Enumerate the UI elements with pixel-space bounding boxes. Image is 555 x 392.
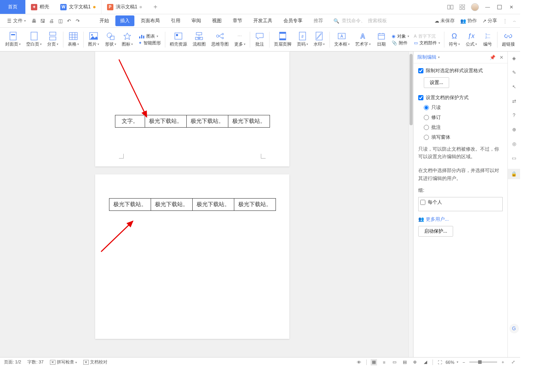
attachment-button[interactable]: 📎附件 bbox=[392, 40, 409, 46]
minimize-button[interactable]: — bbox=[484, 4, 491, 10]
fullscreen-icon[interactable]: ⤢ bbox=[510, 359, 516, 365]
picture-button[interactable]: 图片▾ bbox=[85, 31, 102, 48]
close-icon[interactable]: ✕ bbox=[500, 55, 503, 60]
comment-button[interactable]: 批注 bbox=[252, 31, 268, 48]
menu-vip[interactable]: 会员专享 bbox=[279, 15, 307, 26]
file-menu[interactable]: ☰ 文件▾ bbox=[4, 16, 29, 26]
table-cell[interactable]: 极光下载站。 bbox=[234, 199, 276, 211]
watermark-button[interactable]: 水印▾ bbox=[311, 31, 328, 48]
menu-view[interactable]: 视图 bbox=[207, 15, 226, 26]
tab-home[interactable]: 首页 bbox=[0, 0, 25, 14]
close-button[interactable]: ✕ bbox=[508, 4, 515, 10]
radio-readonly[interactable]: 只读 bbox=[424, 104, 503, 111]
mindmap-button[interactable]: 思维导图 bbox=[209, 31, 232, 48]
table-cell[interactable]: 极光下载站。 bbox=[145, 115, 186, 128]
radio-form[interactable]: 填写窗体 bbox=[424, 134, 503, 141]
search-box[interactable]: 🔍 查找命令、搜索模板 bbox=[333, 17, 387, 24]
view-outline-icon[interactable]: ≡ bbox=[381, 359, 387, 365]
coop-button[interactable]: 👥协作 bbox=[460, 17, 477, 24]
help-icon[interactable]: ? bbox=[511, 112, 518, 119]
view-focus-icon[interactable]: ◢ bbox=[422, 359, 429, 365]
target-icon[interactable]: ◎ bbox=[511, 140, 518, 147]
translate-icon[interactable]: ⊕ bbox=[511, 126, 518, 133]
lock-icon[interactable]: 🔒 bbox=[508, 169, 520, 179]
layout-icon[interactable] bbox=[447, 5, 454, 10]
flowchart-button[interactable]: 流程图 bbox=[189, 31, 208, 48]
symbol-button[interactable]: Ω符号▾ bbox=[446, 31, 463, 48]
spell-check[interactable]: ✕ 拼写检查 ▾ bbox=[50, 359, 77, 365]
proof-read[interactable]: ✕ 文档校对 bbox=[83, 359, 107, 365]
maximize-button[interactable] bbox=[496, 5, 503, 10]
table-cell[interactable]: 极光下载站。 bbox=[151, 199, 192, 211]
menu-chapter[interactable]: 章节 bbox=[228, 15, 247, 26]
share-button[interactable]: ↗分享 bbox=[482, 17, 497, 24]
radio-comment[interactable]: 批注 bbox=[424, 124, 503, 131]
date-button[interactable]: 日期 bbox=[373, 31, 389, 48]
collapse-ribbon-icon[interactable]: ︿ bbox=[513, 19, 516, 23]
zoom-in-button[interactable]: ＋ bbox=[500, 359, 506, 365]
menu-ref[interactable]: 引用 bbox=[166, 15, 185, 26]
page-indicator[interactable]: 页面: 1/2 bbox=[4, 359, 21, 365]
pin-icon[interactable]: 📌 bbox=[490, 55, 496, 60]
table-button[interactable]: 表格▾ bbox=[65, 31, 82, 48]
limit-format-checkbox[interactable]: 限制对选定的样式设置格式 bbox=[418, 67, 503, 74]
unsaved-indicator[interactable]: ☁未保存 bbox=[434, 17, 455, 24]
zoom-fit-icon[interactable]: ⛶ bbox=[437, 359, 443, 365]
view-globe-icon[interactable]: ⊕ bbox=[412, 359, 418, 365]
cover-page-button[interactable]: 封面页▾ bbox=[2, 31, 23, 48]
menu-review[interactable]: 审阅 bbox=[187, 15, 206, 26]
word-count[interactable]: 字数: 37 bbox=[27, 359, 43, 365]
shape-button[interactable]: 形状▾ bbox=[102, 31, 119, 48]
wordart-button[interactable]: A艺术字▾ bbox=[352, 31, 373, 48]
document-table-1[interactable]: 文字。 极光下载站。 极光下载站。 极光下载站。 bbox=[115, 115, 270, 128]
view-web-icon[interactable]: ▤ bbox=[402, 359, 408, 365]
hyperlink-button[interactable]: 超链接 bbox=[499, 31, 518, 48]
table-cell[interactable]: 文字。 bbox=[115, 115, 145, 128]
header-footer-button[interactable]: 页眉页脚 bbox=[271, 31, 294, 48]
tab-doc1[interactable]: W 文字文稿1 bbox=[55, 0, 101, 14]
settings-button[interactable]: 设置... bbox=[424, 77, 449, 88]
more-button[interactable]: ⋯更多▾ bbox=[231, 31, 248, 48]
table-cell[interactable]: 极光下载站。 bbox=[186, 115, 228, 128]
extra-icon[interactable]: G bbox=[509, 324, 519, 333]
smart-graphic-button[interactable]: ✦智能图形 bbox=[138, 40, 161, 46]
tab-doc2[interactable]: P 演示文稿1 bbox=[101, 0, 148, 14]
vertical-scrollbar[interactable] bbox=[408, 52, 413, 357]
docpart-button[interactable]: ▭文档部件▾ bbox=[414, 40, 440, 46]
settings-icon[interactable]: ⇄ bbox=[511, 98, 518, 105]
zoom-out-button[interactable]: − bbox=[461, 359, 467, 365]
menu-dev[interactable]: 开发工具 bbox=[249, 15, 277, 26]
view-read-icon[interactable]: ▭ bbox=[391, 359, 398, 365]
protect-mode-checkbox[interactable]: 设置文档的保护方式 bbox=[418, 94, 503, 101]
table-cell[interactable]: 极光下载站。 bbox=[109, 199, 151, 211]
more-users-link[interactable]: 👥更多用户... bbox=[418, 216, 503, 223]
qa-save2-icon[interactable]: 🖫 bbox=[39, 17, 46, 25]
scrollbar-thumb[interactable] bbox=[410, 54, 413, 125]
view-print-icon[interactable]: ▦ bbox=[371, 359, 377, 365]
zoom-slider[interactable] bbox=[469, 361, 497, 363]
document-table-2[interactable]: 极光下载站。 极光下载站。 极光下载站。 极光下载站。 bbox=[109, 198, 276, 211]
object-button[interactable]: ◉对象▾ bbox=[392, 33, 409, 39]
table-cell[interactable]: 极光下载站。 bbox=[192, 199, 234, 211]
dropcap-button[interactable]: A首字下沉 bbox=[414, 33, 440, 39]
chart-button[interactable]: 图表▾ bbox=[138, 33, 161, 39]
menu-rec[interactable]: 推荐 bbox=[309, 15, 328, 26]
tab-add[interactable]: ＋ bbox=[147, 0, 163, 14]
menu-layout[interactable]: 页面布局 bbox=[136, 15, 165, 26]
radio-revision[interactable]: 修订 bbox=[424, 114, 503, 121]
menu-insert[interactable]: 插入 bbox=[115, 15, 134, 26]
zoom-value[interactable]: 66% bbox=[446, 360, 454, 365]
everyone-checkbox[interactable]: 每个人 bbox=[420, 199, 501, 206]
cursor-icon[interactable]: ↖ bbox=[511, 83, 518, 90]
formula-button[interactable]: ƒx公式▾ bbox=[463, 31, 480, 48]
table-cell[interactable]: 极光下载站。 bbox=[228, 115, 270, 128]
diamond-icon[interactable]: ◈ bbox=[511, 55, 518, 62]
eye-icon[interactable]: 👁 bbox=[356, 359, 362, 365]
grid-icon[interactable] bbox=[459, 4, 465, 10]
page-break-button[interactable]: 分页▾ bbox=[44, 31, 61, 48]
page-number-button[interactable]: #页码▾ bbox=[294, 31, 311, 48]
tab-dock[interactable]: ✦ 稻壳 bbox=[25, 0, 55, 14]
users-listbox[interactable]: 每个人 bbox=[418, 197, 503, 211]
pen-icon[interactable]: ✎ bbox=[511, 69, 518, 76]
qa-print-icon[interactable]: 🖨 bbox=[48, 17, 55, 25]
